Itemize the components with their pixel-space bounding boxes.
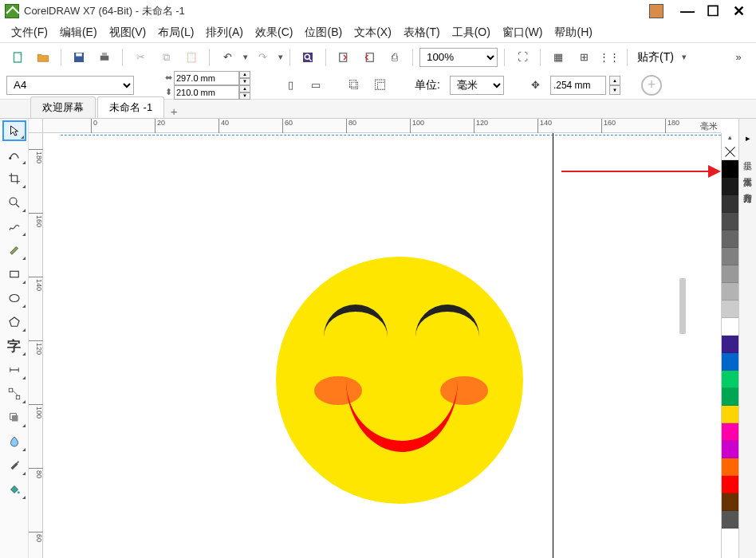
fill-tool[interactable]	[2, 479, 26, 500]
zoom-tool[interactable]	[2, 192, 26, 213]
menu-item[interactable]: 效果(C)	[250, 23, 297, 42]
menu-item[interactable]: 视图(V)	[104, 23, 152, 42]
color-swatch[interactable]	[722, 248, 738, 265]
menu-item[interactable]: 布局(L)	[153, 23, 199, 42]
artistic-media-tool[interactable]	[2, 240, 26, 261]
paper-size-select[interactable]: A4	[6, 76, 134, 95]
portrait-button[interactable]: ▯	[279, 74, 301, 96]
drop-shadow-tool[interactable]	[2, 407, 26, 428]
undo-dropdown-icon[interactable]: ▾	[243, 52, 248, 62]
crop-tool[interactable]	[2, 168, 26, 189]
dimension-tool[interactable]	[2, 360, 26, 380]
add-button[interactable]: +	[641, 75, 662, 96]
maximize-button[interactable]: ☐	[703, 3, 723, 19]
color-swatch[interactable]	[722, 301, 738, 318]
page-width-input[interactable]: 297.0 mm	[174, 71, 239, 85]
all-pages-button[interactable]: ⿻	[343, 74, 365, 96]
transparency-tool[interactable]	[2, 431, 26, 452]
publish-button[interactable]: ⎙	[384, 46, 406, 69]
color-swatch[interactable]	[722, 353, 738, 371]
palette-scroll-up-icon[interactable]: ▴	[722, 133, 738, 143]
tab-document[interactable]: 未命名 -1	[97, 96, 164, 118]
docker-more-icon[interactable]: ⋯	[743, 198, 752, 208]
docker-tab[interactable]: 对齐与分布	[740, 182, 755, 191]
menu-item[interactable]: 位图(B)	[300, 23, 347, 42]
menu-item[interactable]: 表格(T)	[399, 23, 445, 42]
import-button[interactable]	[333, 46, 355, 69]
eyedropper-tool[interactable]	[2, 455, 26, 476]
copy-button[interactable]: ⧉	[155, 46, 177, 69]
color-swatch[interactable]	[722, 336, 738, 353]
ellipse-tool[interactable]	[2, 288, 26, 308]
color-swatch[interactable]	[722, 406, 738, 423]
nudge-spinner[interactable]: ▲▼	[609, 76, 620, 95]
docker-handle[interactable]	[679, 278, 686, 334]
fullscreen-button[interactable]: ⛶	[511, 46, 534, 69]
color-swatch[interactable]	[722, 511, 738, 529]
cut-button[interactable]: ✂	[129, 46, 152, 69]
docker-expand-icon[interactable]: ▸	[746, 133, 750, 143]
color-swatch[interactable]	[722, 441, 738, 458]
search-button[interactable]	[297, 46, 319, 69]
color-swatch[interactable]	[722, 493, 738, 511]
docker-tab[interactable]: 提示	[740, 150, 755, 159]
open-button[interactable]	[32, 46, 54, 69]
text-tool[interactable]: 字	[2, 336, 26, 356]
new-button[interactable]: +	[6, 46, 29, 69]
snap-grid-button[interactable]: ⊞	[573, 46, 595, 69]
color-swatch[interactable]	[722, 195, 738, 213]
canvas-area[interactable]: 毫米020406080100120140160180 1801601401201…	[29, 119, 721, 558]
vertical-ruler[interactable]: 1801601401201008060	[29, 133, 43, 558]
menu-item[interactable]: 工具(O)	[447, 23, 495, 42]
page-height-input[interactable]: 210.0 mm	[174, 85, 239, 100]
no-fill-swatch[interactable]	[722, 143, 738, 160]
rectangle-tool[interactable]	[2, 264, 26, 285]
width-spinner[interactable]: ▲▼	[239, 71, 250, 85]
tab-welcome[interactable]: 欢迎屏幕	[30, 96, 96, 118]
color-swatch[interactable]	[722, 160, 738, 178]
landscape-button[interactable]: ▭	[305, 74, 327, 96]
color-swatch[interactable]	[722, 230, 738, 248]
snap-dropdown-icon[interactable]: ▾	[682, 52, 687, 62]
snap-options-button[interactable]: ▦	[547, 46, 569, 69]
color-swatch[interactable]	[722, 388, 738, 406]
menu-item[interactable]: 文件(F)	[6, 23, 53, 42]
minimize-button[interactable]: —	[677, 3, 698, 19]
guideline[interactable]	[61, 135, 721, 136]
freehand-tool[interactable]	[2, 216, 26, 237]
color-swatch[interactable]	[722, 283, 738, 301]
color-swatch[interactable]	[722, 371, 738, 388]
menu-item[interactable]: 帮助(H)	[549, 23, 597, 42]
color-swatch[interactable]	[722, 476, 738, 493]
color-swatch[interactable]	[722, 265, 738, 283]
height-spinner[interactable]: ▲▼	[239, 85, 250, 100]
menu-item[interactable]: 文本(X)	[349, 23, 396, 42]
nudge-input[interactable]: .254 mm	[550, 76, 606, 95]
snap-label[interactable]: 贴齐(T)	[634, 50, 677, 65]
docker-tab[interactable]: 文本属性	[740, 166, 755, 175]
menu-item[interactable]: 排列(A)	[201, 23, 248, 42]
color-swatch[interactable]	[722, 178, 738, 195]
user-badge-icon[interactable]	[649, 4, 663, 18]
menu-item[interactable]: 窗口(W)	[498, 23, 548, 42]
color-swatch[interactable]	[722, 423, 738, 441]
menu-item[interactable]: 编辑(E)	[55, 23, 102, 42]
overflow-button[interactable]: »	[727, 46, 750, 69]
print-button[interactable]	[93, 46, 116, 69]
shape-tool[interactable]	[2, 144, 26, 165]
color-swatch[interactable]	[722, 458, 738, 476]
polygon-tool[interactable]	[2, 312, 26, 332]
units-select[interactable]: 毫米	[450, 76, 504, 95]
close-button[interactable]: ✕	[728, 3, 749, 19]
ruler-origin[interactable]	[29, 119, 43, 133]
add-tab-button[interactable]: +	[166, 104, 182, 118]
zoom-select[interactable]: 100%	[419, 48, 498, 67]
save-button[interactable]	[68, 46, 90, 69]
horizontal-ruler[interactable]: 毫米020406080100120140160180	[43, 119, 721, 133]
redo-button[interactable]: ↷	[251, 46, 274, 69]
drawing-page[interactable]	[61, 133, 721, 558]
smiley-face-object[interactable]	[276, 257, 523, 504]
undo-button[interactable]: ↶	[216, 46, 238, 69]
current-page-button[interactable]: ⿸	[368, 74, 391, 96]
paste-button[interactable]: 📋	[180, 46, 203, 69]
